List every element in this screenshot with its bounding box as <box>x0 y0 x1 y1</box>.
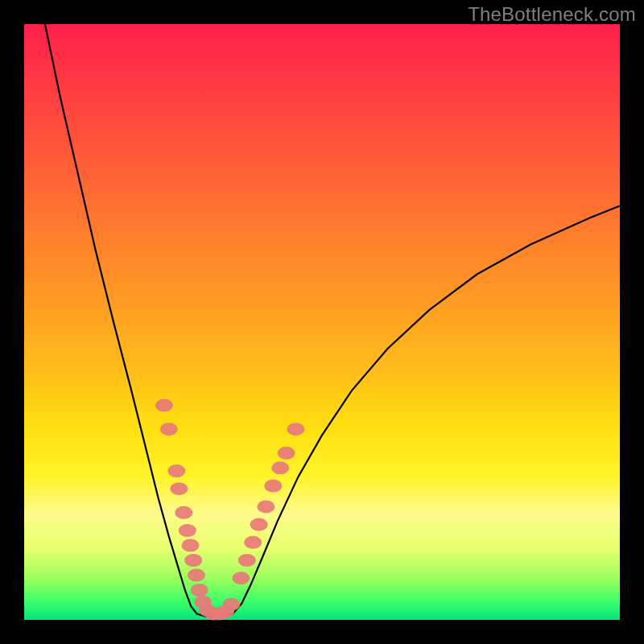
marker-bead <box>257 500 275 513</box>
bottleneck-curve <box>45 24 620 617</box>
marker-bead <box>182 539 200 552</box>
marker-bead <box>179 524 196 537</box>
marker-bead <box>238 554 256 567</box>
marker-bead <box>264 480 282 493</box>
marker-bead <box>170 482 188 495</box>
marker-bead <box>184 554 202 567</box>
curve-layer <box>45 24 620 617</box>
marker-bead <box>167 464 185 477</box>
marker-bead <box>250 518 268 531</box>
marker-bead <box>244 536 262 549</box>
watermark-text: TheBottleneck.com <box>468 3 636 26</box>
marker-bead <box>287 423 304 436</box>
marker-bead <box>191 584 208 597</box>
marker-bead <box>160 423 178 436</box>
marker-bead <box>278 447 295 460</box>
chart-svg <box>24 24 620 620</box>
marker-bead <box>155 399 173 412</box>
plot-area <box>24 24 620 620</box>
marker-bead <box>232 572 250 584</box>
chart-frame: TheBottleneck.com <box>0 0 644 644</box>
marker-bead <box>271 461 289 474</box>
marker-bead <box>175 506 192 519</box>
marker-bead <box>223 598 241 611</box>
marker-bead <box>188 569 205 582</box>
